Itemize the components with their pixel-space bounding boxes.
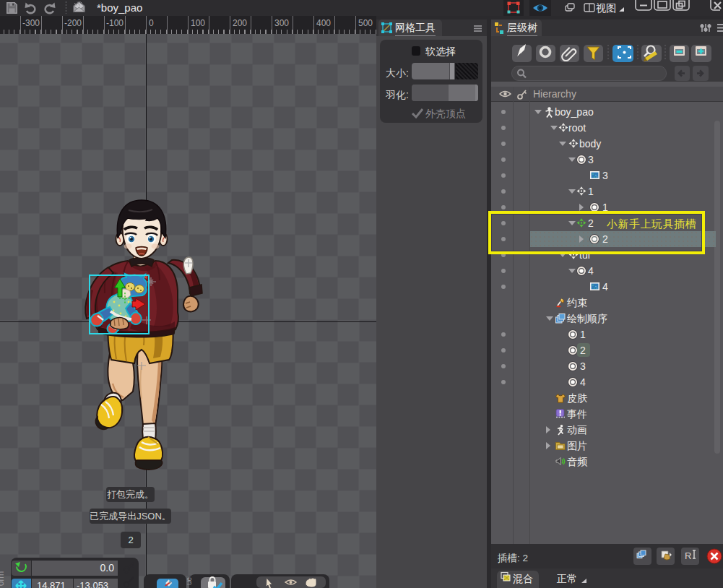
svg-text:*boy_pao: *boy_pao — [97, 1, 142, 14]
svg-text:混合: 混合 — [513, 573, 533, 584]
svg-text:正常: 正常 — [557, 573, 577, 584]
svg-text:R: R — [685, 550, 691, 561]
svg-text:视图: 视图 — [596, 2, 616, 14]
